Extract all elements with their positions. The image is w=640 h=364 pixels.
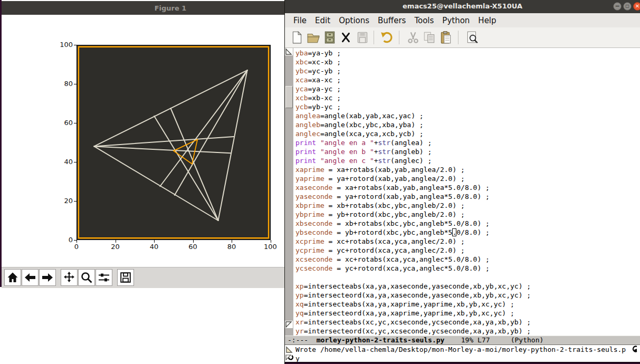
code-line: yca=ya-yc ; xyxy=(295,84,531,93)
code-line: yaseconde = ya+rotord(xab,yab,anglea*5.0… xyxy=(295,192,531,201)
minimize-button[interactable]: − xyxy=(613,2,622,11)
buffer-continues-indicator-icon xyxy=(285,321,293,328)
echo-message: Wrote /home/vella-chemla/Desktop/mon-Mor… xyxy=(295,345,626,354)
menu-file[interactable]: File xyxy=(289,16,311,25)
triangle-segment xyxy=(160,70,247,186)
copy-icon[interactable] xyxy=(423,31,436,44)
menu-tools[interactable]: Tools xyxy=(410,16,438,25)
subplots-config-button[interactable] xyxy=(95,269,112,286)
code-line: yaprime = ya+rotord(xab,yab,anglea/2.0) … xyxy=(295,174,531,183)
desktop-bottom-strip xyxy=(285,362,640,364)
code-line: angleb=angle(xbc,ybc,xba,yba) ; xyxy=(295,120,531,129)
triangle-segment xyxy=(94,137,234,147)
y-tick-mark xyxy=(74,162,77,162)
code-lines: yba=ya-yb ;xbc=xc-xb ;ybc=yc-yb ;xca=xa-… xyxy=(295,49,531,336)
triangle-segment xyxy=(154,116,218,221)
x-tick-label: 40 xyxy=(144,243,165,251)
code-line: xbprime = xb+rotabs(xbc,ybc,angleb/2.0) … xyxy=(295,201,531,210)
modeline-line-number: L77 xyxy=(477,336,490,344)
zoom-icon xyxy=(80,271,93,284)
code-line: xbseconde = xb+rotabs(xbc,ybc,angleb*5.0… xyxy=(295,219,531,228)
code-line: ybc=yc-yb ; xyxy=(295,66,531,75)
search-icon[interactable] xyxy=(465,31,479,44)
plot-frame-rect xyxy=(79,47,269,238)
home-button[interactable] xyxy=(4,269,21,286)
code-line: xcseconde = xc+rotabs(xca,yca,anglec*5.0… xyxy=(295,255,531,264)
y-tick-label: 100 xyxy=(50,41,73,49)
code-line: xcprime = xc+rotabs(xca,yca,anglec/2.0) … xyxy=(295,237,531,246)
save-disabled-icon[interactable] xyxy=(356,31,369,44)
code-line: print "angle en a "+str(anglea) ; xyxy=(295,138,531,147)
save-button[interactable] xyxy=(117,269,134,286)
minibuffer-echo-area[interactable]: Wrote /home/vella-chemla/Desktop/mon-Mor… xyxy=(285,345,640,362)
scrollbar-thumb[interactable] xyxy=(285,86,293,108)
maximize-button[interactable]: ▢ xyxy=(623,2,632,11)
figure-window-titlebar[interactable]: Figure 1 xyxy=(2,1,284,15)
code-line: xbc=xc-xb ; xyxy=(295,58,531,66)
x-tick-label: 80 xyxy=(221,243,242,251)
morley-triangle-plot xyxy=(77,45,271,240)
code-line: yba=ya-yb ; xyxy=(295,49,531,58)
pan-button[interactable] xyxy=(61,269,78,286)
toolbar-separator xyxy=(399,31,399,44)
line-wrap-icon xyxy=(631,346,638,353)
code-line: xaprime = xa+rotabs(xab,yab,anglea/2.0) … xyxy=(295,165,531,174)
paste-icon[interactable] xyxy=(439,31,453,44)
code-line: yr=intersecteord(xc,yc,xcseconde,ycsecon… xyxy=(295,327,531,336)
undo-icon[interactable] xyxy=(380,31,394,44)
code-line: xaseconde = xa+rotabs(xab,yab,anglea*5.0… xyxy=(295,183,531,192)
code-line: ycseconde = yc+rotord(xca,yca,anglec*5.0… xyxy=(295,264,531,273)
back-arrow-icon xyxy=(24,271,36,284)
close-button[interactable]: ✕ xyxy=(633,2,640,11)
wrap-continuation-icon xyxy=(285,354,293,362)
code-line xyxy=(295,273,531,282)
y-tick-mark xyxy=(74,45,77,45)
toolbar-separator xyxy=(374,31,374,44)
code-line: anglec=angle(xca,yca,xcb,ycb) ; xyxy=(295,129,531,138)
menu-help[interactable]: Help xyxy=(474,16,500,25)
triangle-segment xyxy=(94,146,218,221)
subplots-config-icon xyxy=(98,271,110,284)
menu-python[interactable]: Python xyxy=(438,16,474,25)
code-line: xq=intersecteabs(xa,ya,xaprime,yaprime,x… xyxy=(295,300,531,309)
emacs-window-title: emacs25@vellachemla-X510UA xyxy=(285,2,640,10)
x-tick-label: 0 xyxy=(66,243,87,251)
y-tick-label: 20 xyxy=(50,197,73,205)
emacs-toolbar xyxy=(285,27,640,48)
buffer-top-indicator-icon xyxy=(285,48,293,55)
emacs-menubar: FileEditOptionsBuffersToolsPythonHelp xyxy=(285,13,640,27)
figure-toolbar xyxy=(2,267,284,288)
code-line: xr=intersecteabs(xc,yc,xcseconde,ycsecon… xyxy=(295,318,531,327)
minibuffer-top-indicator-icon xyxy=(285,346,293,353)
code-line: ycb=yb-yc ; xyxy=(295,102,531,111)
zoom-button[interactable] xyxy=(78,269,95,286)
save-icon xyxy=(119,271,132,284)
code-line: yq=intersecteord(xa,ya,xaprime,yaprime,x… xyxy=(295,309,531,318)
code-line: ybseconde = yb+rotord(xbc,ybc,angleb*5.0… xyxy=(295,228,531,237)
modeline-buffer-name: morley-python-2-traits-seuls.py xyxy=(317,336,445,344)
menu-edit[interactable]: Edit xyxy=(311,16,335,25)
y-tick-mark xyxy=(74,201,77,202)
menu-options[interactable]: Options xyxy=(335,16,374,25)
back-arrow-button[interactable] xyxy=(22,269,39,286)
forward-arrow-button[interactable] xyxy=(39,269,56,286)
open-folder-icon[interactable] xyxy=(307,31,320,44)
code-editor[interactable]: yba=ya-yb ;xbc=xc-xb ;ybc=yc-yb ;xca=xa-… xyxy=(293,48,640,336)
cut-icon[interactable] xyxy=(406,31,420,44)
forward-arrow-icon xyxy=(41,271,54,284)
code-line: anglea=angle(xab,yab,xac,yac) ; xyxy=(295,111,531,120)
save-drawer-icon[interactable] xyxy=(323,31,337,44)
emacs-modeline: -:--- morley-python-2-traits-seuls.py 19… xyxy=(285,336,640,345)
y-tick-label: 40 xyxy=(50,158,73,166)
x-tick-label: 100 xyxy=(260,243,281,251)
new-file-icon[interactable] xyxy=(290,31,304,44)
x-tick-label: 60 xyxy=(183,243,204,251)
code-line: xca=xa-xc ; xyxy=(295,75,531,84)
close-buffer-icon[interactable] xyxy=(339,31,353,44)
code-line: xp=intersecteabs(xa,ya,xaseconde,yasecon… xyxy=(295,282,531,291)
code-line: ybprime = yb+rotord(xbc,ybc,angleb/2.0) … xyxy=(295,210,531,219)
y-tick-mark xyxy=(74,240,77,241)
menu-buffers[interactable]: Buffers xyxy=(374,16,410,25)
y-tick-label: 0 xyxy=(50,236,73,244)
code-line: yp=intersecteord(xa,ya,xaseconde,yasecon… xyxy=(295,291,531,300)
